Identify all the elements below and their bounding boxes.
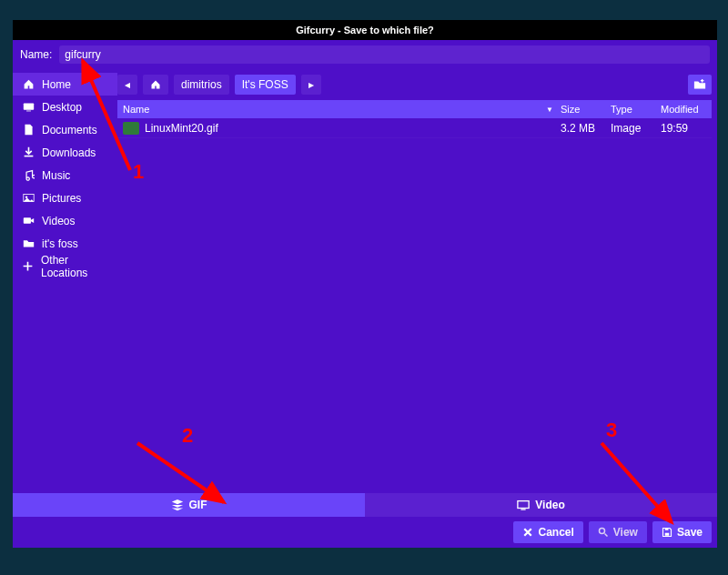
filename-input[interactable]: [59, 45, 710, 64]
save-button[interactable]: Save: [652, 521, 712, 543]
sidebar-item-label: Pictures: [42, 192, 81, 205]
window-titlebar: Gifcurry - Save to which file?: [13, 20, 717, 40]
monitor-icon: [517, 499, 530, 511]
save-icon: [662, 527, 672, 538]
format-button-gif[interactable]: GIF: [13, 493, 365, 517]
path-segment[interactable]: dimitrios: [174, 75, 229, 95]
desktop-icon: [22, 101, 35, 113]
home-icon: [150, 79, 161, 90]
chevron-right-icon: ▸: [308, 78, 314, 91]
pictures-icon: [22, 192, 35, 204]
svg-rect-7: [521, 509, 526, 509]
sidebar-item-label: Videos: [42, 215, 75, 227]
sidebar-item-label: Desktop: [42, 101, 82, 114]
sidebar-item-label: Music: [42, 169, 70, 182]
column-header-modified[interactable]: Modified: [657, 104, 712, 115]
column-header-type[interactable]: Type: [607, 104, 657, 115]
path-home-button[interactable]: [143, 75, 168, 95]
svg-point-8: [599, 529, 604, 534]
format-row: GIF Video: [13, 493, 717, 517]
home-icon: [22, 78, 35, 90]
window-title: Gifcurry - Save to which file?: [296, 25, 434, 35]
new-folder-icon: [693, 78, 706, 91]
sidebar-item-label: it's foss: [42, 237, 78, 250]
close-icon: [522, 527, 533, 538]
sidebar-item-label: Downloads: [42, 146, 96, 159]
sidebar-item-documents[interactable]: Documents: [13, 118, 117, 141]
file-row[interactable]: LinuxMint20.gif 3.2 MB Image 19:59: [117, 118, 712, 138]
svg-rect-0: [23, 103, 33, 109]
svg-point-4: [25, 196, 26, 197]
file-list-header: Name ▼ Size Type Modified: [117, 100, 712, 118]
documents-icon: [22, 124, 35, 136]
magnifier-icon: [598, 527, 609, 538]
main-area: Home Desktop Documents Downloads: [13, 69, 717, 493]
places-sidebar: Home Desktop Documents Downloads: [13, 69, 117, 493]
format-label: Video: [535, 499, 564, 511]
path-bar: ◂ dimitrios It's FOSS ▸: [117, 73, 712, 96]
filename-label: Name:: [20, 48, 52, 61]
sidebar-item-itsfoss[interactable]: it's foss: [13, 232, 117, 255]
file-size: 3.2 MB: [557, 122, 607, 135]
sidebar-item-videos[interactable]: Videos: [13, 209, 117, 232]
sidebar-item-music[interactable]: Music: [13, 164, 117, 187]
svg-rect-9: [665, 533, 670, 536]
nav-forward-button[interactable]: ▸: [301, 75, 321, 95]
sidebar-item-home[interactable]: Home: [13, 73, 117, 96]
svg-rect-5: [23, 217, 30, 224]
format-label: GIF: [189, 499, 207, 511]
sidebar-item-label: Home: [42, 78, 71, 91]
layers-icon: [171, 499, 184, 511]
sidebar-item-pictures[interactable]: Pictures: [13, 187, 117, 209]
plus-icon: [22, 260, 34, 272]
create-folder-button[interactable]: [688, 75, 712, 95]
file-name: LinuxMint20.gif: [145, 122, 218, 135]
file-modified: 19:59: [657, 122, 712, 135]
svg-rect-10: [665, 529, 669, 530]
nav-back-button[interactable]: ◂: [117, 75, 137, 95]
sidebar-item-label: Documents: [42, 124, 97, 136]
format-button-video[interactable]: Video: [365, 493, 717, 517]
sidebar-item-desktop[interactable]: Desktop: [13, 96, 117, 118]
action-row: Cancel View Save: [13, 517, 717, 548]
save-dialog: Gifcurry - Save to which file? Name: Hom…: [13, 20, 717, 548]
filename-row: Name:: [13, 40, 717, 69]
svg-rect-2: [24, 156, 33, 157]
view-button[interactable]: View: [589, 521, 647, 543]
column-header-size[interactable]: Size: [557, 104, 607, 115]
folder-icon: [22, 237, 35, 249]
videos-icon: [22, 215, 35, 227]
column-header-name[interactable]: Name ▼: [117, 104, 557, 115]
svg-rect-1: [26, 111, 31, 112]
cancel-button[interactable]: Cancel: [513, 521, 582, 543]
downloads-icon: [22, 146, 35, 158]
file-type: Image: [607, 122, 657, 135]
music-icon: [22, 169, 35, 181]
sidebar-item-other-locations[interactable]: Other Locations: [13, 255, 117, 277]
file-pane: ◂ dimitrios It's FOSS ▸ Name ▼: [117, 69, 717, 493]
path-segment-current[interactable]: It's FOSS: [235, 75, 296, 95]
image-file-icon: [123, 122, 139, 135]
sidebar-item-label: Other Locations: [41, 254, 108, 279]
sort-indicator-icon: ▼: [546, 106, 557, 114]
file-list[interactable]: LinuxMint20.gif 3.2 MB Image 19:59: [117, 118, 712, 489]
svg-rect-6: [518, 501, 529, 509]
chevron-left-icon: ◂: [125, 78, 130, 91]
sidebar-item-downloads[interactable]: Downloads: [13, 141, 117, 164]
